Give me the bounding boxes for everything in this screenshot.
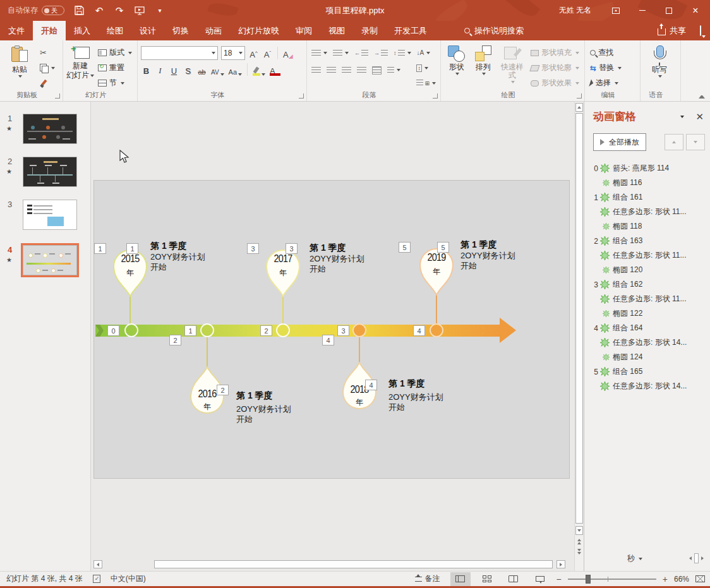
- tab-home[interactable]: 开始: [33, 21, 66, 40]
- animation-order-badge[interactable]: 4: [413, 325, 425, 336]
- zoom-in-button[interactable]: +: [663, 574, 668, 584]
- tell-me-search[interactable]: 操作说明搜索: [464, 21, 524, 40]
- spell-check-icon[interactable]: [93, 575, 100, 583]
- customize-quick-access-icon[interactable]: ▾: [154, 5, 165, 16]
- character-spacing-button[interactable]: AV: [210, 63, 225, 76]
- animation-order-badge[interactable]: 1: [184, 325, 196, 336]
- reset-button[interactable]: 重置: [96, 61, 134, 75]
- zoom-out-button[interactable]: −: [557, 574, 562, 584]
- move-earlier-button[interactable]: [665, 134, 683, 150]
- animation-item[interactable]: 椭圆 116: [589, 176, 707, 190]
- milestone-pin-2019[interactable]: 2019 年: [418, 243, 455, 296]
- tab-view[interactable]: 视图: [320, 21, 353, 40]
- animation-order-badge[interactable]: 0: [107, 325, 119, 336]
- redo-icon[interactable]: ↷: [114, 5, 125, 16]
- animation-item[interactable]: 5组合 165: [589, 364, 707, 379]
- slide-sorter-view-button[interactable]: [477, 572, 497, 586]
- tab-record[interactable]: 录制: [353, 21, 386, 40]
- animation-order-badge[interactable]: 1: [126, 243, 138, 254]
- timeline-node-2019[interactable]: [430, 323, 443, 337]
- new-slide-button[interactable]: + 新建 幻灯片: [66, 44, 94, 90]
- animation-order-badge[interactable]: 4: [365, 380, 377, 390]
- shape-fill-button[interactable]: 形状填充: [529, 46, 581, 59]
- align-text-button[interactable]: ↕: [415, 61, 437, 75]
- animation-order-badge[interactable]: 3: [337, 325, 349, 336]
- thumbnail-slide-2[interactable]: 2 ★: [0, 157, 90, 195]
- vertical-scrollbar[interactable]: [574, 102, 584, 571]
- line-spacing-button[interactable]: ↕: [392, 46, 412, 60]
- align-right-button[interactable]: [340, 63, 352, 77]
- quick-styles-button[interactable]: 快速样式: [497, 44, 527, 90]
- autosave-toggle[interactable]: 自动保存 关: [8, 5, 64, 16]
- timeline-node-2016[interactable]: [200, 323, 214, 337]
- animation-order-badge[interactable]: 3: [247, 243, 259, 254]
- pane-timeline-scrollbar[interactable]: [689, 553, 704, 563]
- shape-outline-button[interactable]: 形状轮廓: [529, 61, 581, 75]
- drawing-dialog-launcher[interactable]: [577, 93, 582, 99]
- find-button[interactable]: 查找: [588, 46, 623, 59]
- animation-order-badge[interactable]: 2: [169, 335, 181, 345]
- numbering-button[interactable]: [332, 46, 350, 60]
- bold-button[interactable]: B: [141, 63, 152, 76]
- play-all-button[interactable]: 全部播放: [593, 133, 646, 151]
- notes-button[interactable]: 备注: [411, 572, 444, 586]
- text-direction-button[interactable]: ↓A: [415, 46, 437, 59]
- animation-order-badge[interactable]: 5: [437, 242, 449, 253]
- shape-effects-button[interactable]: 形状效果: [529, 76, 581, 90]
- animation-item[interactable]: 0箭头: 燕尾形 114: [589, 161, 707, 176]
- timeline-node-2017[interactable]: [276, 323, 290, 337]
- milestone-text-2016[interactable]: 第 1 季度 2OYY财务计划 开始: [236, 390, 331, 424]
- zoom-slider-thumb[interactable]: [586, 575, 591, 584]
- animation-item[interactable]: 椭圆 120: [589, 263, 707, 277]
- slideshow-view-button[interactable]: [530, 572, 550, 586]
- change-case-button[interactable]: Aa: [228, 63, 243, 76]
- ribbon-display-options-button[interactable]: [605, 3, 627, 19]
- animation-item[interactable]: 任意多边形: 形状 11...: [589, 248, 707, 263]
- vertical-scroll-thumb[interactable]: [575, 113, 583, 524]
- fit-slide-to-window-icon[interactable]: [695, 575, 705, 582]
- animation-order-badge[interactable]: 1: [94, 243, 106, 254]
- bullets-button[interactable]: [310, 46, 328, 60]
- animation-order-badge[interactable]: 4: [322, 335, 334, 345]
- convert-smartart-button[interactable]: ⊞: [415, 76, 437, 90]
- scroll-left-icon[interactable]: [689, 556, 692, 560]
- dictate-button[interactable]: 听写: [644, 44, 675, 90]
- highlight-color-button[interactable]: [252, 63, 266, 76]
- grow-font-button[interactable]: A^: [248, 47, 259, 59]
- thumbnail-slide-1[interactable]: 1 ★: [0, 114, 90, 152]
- tab-developer[interactable]: 开发工具: [386, 21, 435, 40]
- move-later-button[interactable]: [686, 134, 705, 150]
- paragraph-dialog-launcher[interactable]: [433, 93, 438, 99]
- milestone-text-2017[interactable]: 第 1 季度 2OYY财务计划 开始: [310, 242, 404, 274]
- thumbnail-image[interactable]: [23, 200, 77, 230]
- cut-button[interactable]: ✂: [38, 46, 57, 59]
- horizontal-scrollbar[interactable]: [93, 560, 565, 569]
- normal-view-button[interactable]: [450, 572, 471, 586]
- collapse-ribbon-icon[interactable]: [699, 95, 705, 99]
- animation-item[interactable]: 任意多边形: 形状 11...: [589, 205, 707, 219]
- tab-animations[interactable]: 动画: [197, 21, 230, 40]
- font-dialog-launcher[interactable]: [299, 93, 304, 99]
- tab-file[interactable]: 文件: [0, 21, 33, 40]
- slide-editing-area[interactable]: 2015 年 2017 年 2019 年 2016 年: [91, 102, 574, 571]
- animation-item[interactable]: 4组合 164: [589, 321, 707, 335]
- animation-item[interactable]: 3组合 162: [589, 277, 707, 292]
- timeline-node-2018[interactable]: [352, 323, 366, 337]
- tab-transitions[interactable]: 切换: [164, 21, 197, 40]
- scroll-down-button[interactable]: [575, 526, 583, 535]
- scroll-left-button[interactable]: [93, 560, 102, 568]
- previous-slide-button[interactable]: [575, 537, 583, 546]
- section-button[interactable]: 节: [96, 76, 134, 90]
- thumbnail-slide-3[interactable]: 3: [0, 200, 90, 237]
- next-slide-button[interactable]: [575, 548, 583, 556]
- copy-button[interactable]: [38, 61, 57, 75]
- share-button[interactable]: 共享: [658, 25, 686, 37]
- font-size-combo[interactable]: 18: [221, 46, 245, 60]
- slide-counter[interactable]: 幻灯片 第 4 张, 共 4 张: [6, 573, 83, 584]
- maximize-button[interactable]: [658, 3, 680, 19]
- save-icon[interactable]: [73, 5, 85, 16]
- animation-item[interactable]: 任意多边形: 形状 14...: [589, 335, 707, 350]
- thumbnail-image[interactable]: [23, 157, 77, 187]
- horizontal-scroll-thumb[interactable]: [154, 560, 553, 568]
- text-shadow-button[interactable]: S: [183, 63, 193, 76]
